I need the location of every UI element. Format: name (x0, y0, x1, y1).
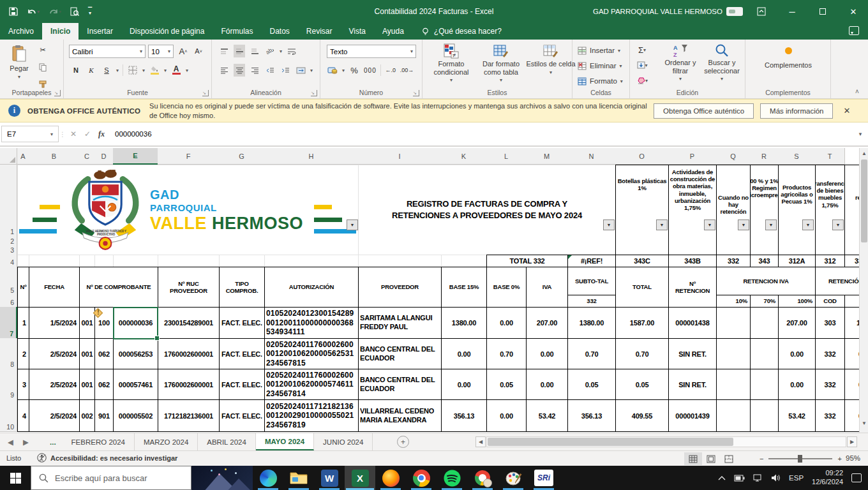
cell-S9[interactable]: 0.00 (778, 369, 816, 400)
cancel-entry-icon[interactable]: ✕ (66, 130, 80, 138)
underline-icon[interactable]: S (101, 64, 112, 77)
horizontal-scroll-thumb[interactable] (488, 438, 733, 446)
next-sheet-icon[interactable]: ▶ (23, 433, 29, 450)
name-box[interactable]: E7▾ (1, 126, 59, 142)
volume-icon[interactable] (771, 474, 781, 482)
cell-R10[interactable] (750, 399, 779, 432)
bold-icon[interactable]: N (70, 64, 82, 77)
cell-R8[interactable] (750, 338, 779, 369)
account-name[interactable]: GAD PARROQUIAL VALLE HERMOSO (593, 0, 722, 23)
cell-P8[interactable]: SIN RET. (668, 338, 717, 369)
cell-K9[interactable]: 0.00 (441, 369, 487, 400)
start-button[interactable] (0, 466, 31, 490)
language-indicator[interactable]: ESP (789, 474, 804, 482)
cell-N10[interactable]: 356.13 (567, 399, 616, 432)
cell-C10[interactable]: 002 (79, 399, 95, 432)
accessibility-status[interactable]: Accesibilidad: es necesario investigar (37, 453, 177, 463)
cell-K7[interactable]: 1380.00 (441, 307, 487, 339)
cell-C4[interactable] (79, 255, 95, 267)
cell-H10[interactable]: 0205202401171218213600120029010000055021… (264, 399, 359, 432)
row-header-5[interactable]: 5 (0, 267, 17, 295)
header-proveedor[interactable]: PROVEEDOR (358, 267, 442, 308)
zoom-percentage[interactable]: 95% (846, 454, 860, 462)
tab-formulas[interactable]: Fórmulas (213, 23, 261, 40)
get-office-button[interactable]: Obtenga Office auténtico (654, 103, 754, 119)
header-nret[interactable]: Nº RETENCION (668, 267, 717, 308)
cell-B7[interactable]: 1/5/2024 (29, 307, 80, 339)
cell-R9[interactable] (750, 369, 779, 400)
format-cells-button[interactable]: Formato▾ (578, 74, 623, 88)
cut-icon[interactable]: ✂ (37, 43, 49, 56)
font-dialog-launcher[interactable]: ↘ (202, 90, 209, 96)
cell-A9[interactable]: 3 (17, 369, 29, 400)
cell-C9[interactable]: 001 (79, 369, 95, 400)
col-header-L[interactable]: L (486, 148, 527, 165)
cell-P7[interactable]: 000001438 (668, 307, 717, 339)
cell-Q8[interactable] (716, 338, 751, 369)
fill-icon[interactable]: ▾ (636, 59, 648, 71)
tab-disposicion[interactable]: Disposición de página (121, 23, 213, 40)
cell-F10[interactable]: 1712182136001 (158, 399, 220, 432)
filter-icon-O[interactable]: ▼ (656, 219, 668, 230)
zoom-slider[interactable] (768, 458, 832, 459)
cell-E9[interactable]: 000057461 (113, 369, 158, 400)
row-header-9[interactable]: 9 (0, 369, 17, 400)
cell-Q10[interactable] (716, 399, 751, 432)
zoom-in-icon[interactable]: + (837, 455, 841, 463)
col-header-N[interactable]: N (567, 148, 616, 165)
cell-U1[interactable]: re 2 (844, 165, 859, 255)
cell-O9[interactable]: 0.05 (615, 369, 669, 400)
cell-H8[interactable]: 0205202401176000260000120010620000562531… (264, 338, 359, 369)
align-top-icon[interactable] (218, 45, 230, 57)
align-right-icon[interactable] (249, 64, 260, 77)
col-header-S[interactable]: S (778, 148, 816, 165)
taskbar-firefox-icon[interactable] (375, 466, 406, 490)
dismiss-warning-icon[interactable]: ✕ (843, 106, 850, 115)
undo-icon[interactable]: ▾ (27, 8, 40, 16)
header-fecha[interactable]: FECHA (29, 267, 80, 308)
tab-datos[interactable]: Datos (261, 23, 297, 40)
row-header-3[interactable]: 3 (0, 246, 17, 255)
col-header-F[interactable]: F (158, 148, 220, 165)
paste-button[interactable]: Pegar▾ (5, 40, 33, 80)
tab-ayuda[interactable]: Ayuda (374, 23, 412, 40)
cell-M8[interactable]: 0.00 (526, 338, 568, 369)
save-icon[interactable] (9, 7, 18, 16)
addins-button[interactable]: Complementos (745, 42, 831, 69)
tab-vista[interactable]: Vista (341, 23, 374, 40)
zoom-slider-thumb[interactable] (798, 455, 802, 463)
cell-I7[interactable]: SARITAMA LALANGUI FREDDY PAUL (358, 307, 442, 339)
cell-O7[interactable]: 1587.00 (615, 307, 669, 339)
col-header-I[interactable]: I (358, 148, 442, 165)
cell-E7[interactable]: 000000036 (113, 307, 158, 339)
expand-formula-bar-icon[interactable]: ▾ (853, 131, 868, 137)
cell-D8[interactable]: 062 (94, 338, 114, 369)
taskbar-edge-icon[interactable] (253, 466, 283, 490)
increase-indent-icon[interactable] (280, 64, 291, 77)
more-info-button[interactable]: Más información (760, 103, 833, 119)
decrease-decimal-icon[interactable]: .00→ (400, 64, 414, 77)
clock[interactable]: 09:22 12/6/2024 (812, 469, 843, 487)
cell-D9[interactable]: 062 (94, 369, 114, 400)
cell-G7[interactable]: FACT. ELEC. (219, 307, 265, 339)
percent-style-icon[interactable]: % (348, 64, 360, 77)
cell-G9[interactable]: FACT. ELEC. (219, 369, 265, 400)
taskbar-paint-icon[interactable] (498, 466, 528, 490)
col-header-K[interactable]: K (441, 148, 487, 165)
col-header-D[interactable]: D (94, 148, 114, 165)
find-select-button[interactable]: Buscar y seleccionar▾ (701, 43, 742, 82)
cell-B8[interactable]: 2/5/2024 (29, 338, 80, 369)
cell-T10[interactable]: 332 (815, 399, 845, 432)
tell-me-box[interactable]: ¿Qué desea hacer? (412, 23, 511, 40)
header-ruc[interactable]: Nº RUC PROVEEDOR (158, 267, 220, 308)
cell-P4[interactable]: 343B (668, 255, 717, 267)
tab-inicio[interactable]: Inicio (42, 23, 79, 40)
taskbar-chrome-icon[interactable] (406, 466, 437, 490)
cell-T4[interactable]: 312 (815, 255, 845, 267)
cell-G4[interactable] (219, 255, 265, 267)
cell-C8[interactable]: 001 (79, 338, 95, 369)
cell-O1[interactable]: Botellas plásticas 1% (615, 165, 669, 255)
cell-O8[interactable]: 0.70 (615, 338, 669, 369)
cell-P10[interactable]: 000001439 (668, 399, 717, 432)
orientation-icon[interactable]: ab (264, 45, 276, 57)
